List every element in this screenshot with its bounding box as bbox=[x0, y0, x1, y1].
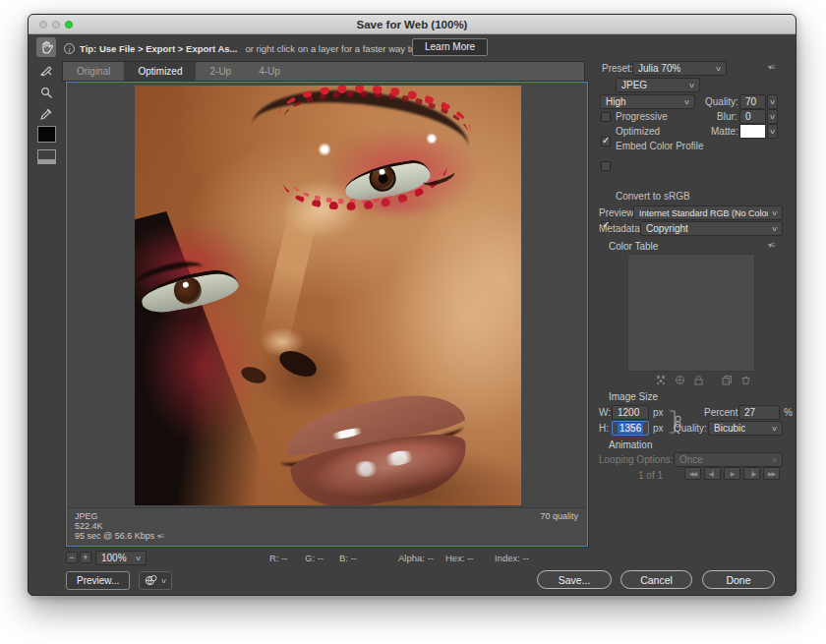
percent-input[interactable]: 27 bbox=[738, 405, 780, 420]
status-size: 522.4K bbox=[75, 521, 103, 531]
dropdown-chevron-icon: ∨ bbox=[715, 65, 722, 73]
quality-label: Quality: bbox=[705, 96, 738, 107]
new-color-icon[interactable] bbox=[722, 375, 733, 385]
embed-color-profile-label: Embed Color Profile bbox=[616, 141, 703, 151]
cancel-button[interactable]: Cancel bbox=[620, 570, 692, 589]
image-size-title: Image Size bbox=[609, 391, 658, 402]
preset-select[interactable]: Julia 70% ∨ bbox=[632, 61, 727, 76]
height-unit: px bbox=[653, 423, 664, 434]
dropdown-chevron-icon: ∨ bbox=[771, 456, 778, 464]
width-input[interactable]: 1200 bbox=[612, 405, 649, 420]
save-for-web-dialog: Save for Web (100%) i Tip: Use File > Ex… bbox=[28, 14, 796, 596]
lock-color-icon[interactable] bbox=[693, 375, 704, 385]
info-icon: i bbox=[64, 43, 75, 54]
minimize-button[interactable] bbox=[52, 21, 60, 29]
tip-text-bold: Tip: Use File > Export > Export As... bbox=[80, 43, 237, 54]
animation-title: Animation bbox=[609, 439, 652, 450]
height-input[interactable]: 1356 bbox=[612, 421, 649, 436]
done-button[interactable]: Done bbox=[702, 570, 775, 589]
metadata-select[interactable]: Copyright ∨ bbox=[640, 221, 783, 236]
play-button[interactable]: ▶ bbox=[724, 467, 740, 480]
percent-unit: % bbox=[784, 407, 793, 418]
progressive-checkbox[interactable] bbox=[601, 112, 611, 122]
percent-label: Percent: bbox=[704, 407, 740, 418]
toggle-slices-visibility[interactable] bbox=[37, 149, 56, 164]
matte-label: Matte: bbox=[711, 126, 738, 137]
slice-select-icon bbox=[39, 64, 53, 78]
width-unit: px bbox=[653, 407, 664, 418]
hand-tool[interactable] bbox=[36, 37, 56, 57]
optimized-preview-pane[interactable]: JPEG 522.4K 95 sec @ 56.6 Kbps ▾≡ 70 qua… bbox=[66, 82, 588, 547]
zoom-in-button[interactable]: + bbox=[80, 552, 91, 563]
dropdown-chevron-icon: ∨ bbox=[683, 98, 690, 106]
status-format: JPEG bbox=[75, 511, 98, 521]
optimized-checkbox[interactable] bbox=[601, 137, 611, 146]
readout-g: G: -- bbox=[305, 553, 324, 563]
zoom-level-value: 100% bbox=[101, 553, 127, 563]
matte-swatch[interactable] bbox=[739, 124, 766, 139]
zoom-level-select[interactable]: 100% ∨ bbox=[95, 551, 147, 565]
slice-select-tool[interactable] bbox=[36, 61, 56, 81]
dither-icon[interactable] bbox=[656, 375, 667, 385]
readout-alpha: Alpha: -- bbox=[398, 553, 434, 563]
tab-original[interactable]: Original bbox=[63, 62, 124, 81]
quality-input[interactable]: 70 bbox=[739, 94, 766, 109]
preview-in-browser-button[interactable]: Preview... bbox=[66, 571, 130, 590]
color-table-area[interactable] bbox=[627, 254, 755, 372]
last-frame-button[interactable]: ▶▶ bbox=[763, 467, 780, 480]
readout-index: Index: -- bbox=[495, 553, 529, 563]
select-browser-button[interactable]: ∨ bbox=[139, 571, 172, 590]
web-shift-icon[interactable] bbox=[675, 375, 685, 385]
dropdown-chevron-icon: ∨ bbox=[688, 82, 695, 89]
progressive-label: Progressive bbox=[616, 111, 668, 122]
dropdown-chevron-icon: ∨ bbox=[135, 555, 142, 562]
color-table-tools bbox=[656, 375, 784, 385]
close-button[interactable] bbox=[39, 21, 47, 29]
eyedropper-color-swatch[interactable] bbox=[37, 126, 56, 143]
blur-slider-button[interactable]: ∨ bbox=[767, 109, 778, 124]
dropdown-chevron-icon: ∨ bbox=[771, 425, 778, 433]
hand-icon bbox=[40, 40, 53, 54]
convert-srgb-label: Convert to sRGB bbox=[616, 191, 690, 202]
optimize-status-bar: JPEG 522.4K 95 sec @ 56.6 Kbps ▾≡ 70 qua… bbox=[68, 507, 586, 545]
looping-options-select[interactable]: Once ∨ bbox=[674, 452, 783, 467]
zoom-window-button[interactable] bbox=[65, 21, 73, 29]
learn-more-button[interactable]: Learn More bbox=[412, 38, 488, 56]
format-select[interactable]: JPEG ∨ bbox=[616, 78, 700, 92]
preset-label: Preset: bbox=[602, 63, 633, 74]
optimized-label: Optimized bbox=[616, 126, 660, 137]
metadata-label: Metadata: bbox=[599, 223, 642, 234]
eyedropper-icon bbox=[39, 107, 53, 121]
preset-panel-menu-icon[interactable]: ▾≡ bbox=[768, 63, 775, 72]
height-label: H: bbox=[599, 423, 609, 434]
first-frame-button[interactable]: ◀◀ bbox=[684, 467, 701, 480]
frame-counter: 1 of 1 bbox=[638, 470, 663, 481]
preview-image[interactable] bbox=[135, 86, 521, 505]
height-value-selected: 1356 bbox=[618, 423, 643, 434]
embed-color-profile-checkbox[interactable] bbox=[601, 161, 611, 171]
download-rate-menu-icon[interactable]: ▾≡ bbox=[157, 532, 164, 541]
blur-input[interactable]: 0 bbox=[739, 109, 766, 124]
matte-menu-button[interactable]: ∨ bbox=[767, 124, 778, 139]
resample-quality-select[interactable]: Bicubic ∨ bbox=[708, 421, 783, 436]
zoom-tool[interactable] bbox=[36, 83, 56, 102]
compression-quality-select[interactable]: High ∨ bbox=[600, 94, 695, 109]
previous-frame-button[interactable]: ◀▏ bbox=[704, 467, 721, 480]
eyedropper-tool[interactable] bbox=[36, 104, 56, 124]
delete-color-icon[interactable] bbox=[740, 375, 751, 385]
quality-slider-button[interactable]: ∨ bbox=[767, 94, 778, 109]
status-quality: 70 quality bbox=[540, 511, 578, 521]
next-frame-button[interactable]: ▕▶ bbox=[743, 467, 760, 480]
tab-2up[interactable]: 2-Up bbox=[196, 62, 245, 81]
blur-label: Blur: bbox=[717, 111, 738, 122]
preview-mode-select[interactable]: Internet Standard RGB (No Color Mana... … bbox=[633, 205, 783, 220]
resample-quality-label: Quality: bbox=[674, 423, 707, 434]
title-bar[interactable]: Save for Web (100%) bbox=[29, 15, 796, 34]
zoom-out-button[interactable]: − bbox=[66, 552, 78, 563]
animation-playback-controls: ◀◀ ◀▏ ▶ ▕▶ ▶▶ bbox=[684, 467, 780, 480]
save-button[interactable]: Save... bbox=[537, 570, 612, 589]
color-table-panel-menu-icon[interactable]: ▾≡ bbox=[768, 241, 775, 250]
readout-b: B: -- bbox=[339, 553, 357, 563]
tab-4up[interactable]: 4-Up bbox=[245, 62, 294, 81]
tab-optimized[interactable]: Optimized bbox=[124, 62, 196, 81]
